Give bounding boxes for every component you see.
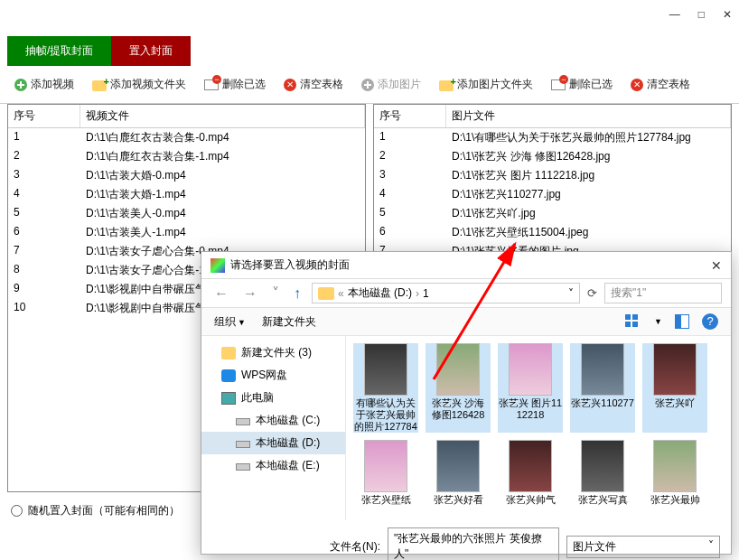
sidebar-item[interactable]: 本地磁盘 (D:): [201, 432, 345, 454]
table-row[interactable]: 2D:\1\张艺兴 沙海 修图126428.jpg: [374, 147, 731, 166]
drive-icon: [236, 463, 250, 471]
dialog-icon: [210, 258, 225, 273]
delete-selected-image-button[interactable]: 删除已选: [544, 73, 620, 96]
sidebar-item[interactable]: WPS网盘: [201, 364, 345, 387]
dialog-toolbar: 组织▼ 新建文件夹 ▼ ?: [201, 308, 731, 336]
drive-icon: [236, 418, 250, 425]
image-header-file: 图片文件: [446, 105, 731, 127]
wps-icon: [221, 369, 236, 382]
file-item[interactable]: 张艺兴 沙海 修图126428: [426, 343, 491, 433]
folder-icon: [92, 80, 107, 91]
dialog-nav: ← → ˅ ↑ « 本地磁盘 (D:) › 1 ˅ ⟳ 搜索"1": [201, 278, 731, 308]
close-button[interactable]: ✕: [723, 8, 732, 21]
image-header-index: 序号: [374, 105, 446, 127]
table-row[interactable]: 3D:\1\张艺兴 图片 1112218.jpg: [374, 166, 731, 185]
file-open-dialog: 请选择要置入视频的封面 ✕ ← → ˅ ↑ « 本地磁盘 (D:) › 1 ˅ …: [201, 251, 732, 555]
table-row[interactable]: 2D:\1\白鹿红衣古装合集-1.mp4: [8, 147, 365, 166]
window-titlebar: — □ ✕: [0, 0, 739, 29]
sidebar-item[interactable]: 本地磁盘 (E:): [201, 454, 345, 477]
file-item[interactable]: 张艺兴吖: [642, 343, 707, 433]
clear-image-table-button[interactable]: ✕清空表格: [623, 73, 697, 96]
nav-forward-button[interactable]: →: [239, 285, 261, 302]
random-cover-label: 随机置入封面（可能有相同的）: [28, 503, 180, 518]
tab-extract-cover[interactable]: 抽帧/提取封面: [7, 36, 111, 66]
preview-pane-button[interactable]: [675, 314, 689, 329]
sidebar-item[interactable]: 本地磁盘 (C:): [201, 409, 345, 432]
add-video-folder-button[interactable]: 添加视频文件夹: [85, 73, 193, 96]
add-image-button: 添加图片: [354, 73, 428, 96]
table-row[interactable]: 1D:\1\有哪些认为关于张艺兴最帅的照片127784.jpg: [374, 128, 731, 147]
file-item[interactable]: 张艺兴 图片1112218: [498, 343, 563, 433]
x-icon: ✕: [631, 79, 643, 91]
video-header-file: 视频文件: [80, 105, 365, 127]
plus-icon: [361, 79, 374, 91]
dialog-footer: 文件名(N): "张艺兴最帅的六张照片 英俊撩人" 图片文件˅: [201, 520, 731, 560]
maximize-button[interactable]: □: [698, 8, 705, 21]
toolbar: 添加视频 添加视频文件夹 删除已选 ✕清空表格 添加图片 添加图片文件夹 删除已…: [0, 66, 739, 104]
refresh-button[interactable]: ⟳: [587, 286, 597, 300]
table-row[interactable]: 6D:\1\张艺兴壁纸115004.jpeg: [374, 223, 731, 242]
file-type-select[interactable]: 图片文件˅: [566, 536, 720, 558]
delete-selected-video-button[interactable]: 删除已选: [197, 73, 273, 96]
file-item[interactable]: 张艺兴最帅: [642, 440, 707, 506]
table-row[interactable]: 5D:\1\古装美人-0.mp4: [8, 204, 365, 223]
main-tabs: 抽帧/提取封面 置入封面: [0, 29, 739, 66]
nav-search-input[interactable]: 搜索"1": [604, 283, 722, 303]
view-grid-button[interactable]: [625, 314, 640, 329]
help-button[interactable]: ?: [702, 313, 718, 330]
table-row[interactable]: 1D:\1\白鹿红衣古装合集-0.mp4: [8, 128, 365, 147]
nav-path[interactable]: « 本地磁盘 (D:) › 1 ˅: [312, 283, 580, 303]
table-row[interactable]: 4D:\1\古装大婚-1.mp4: [8, 185, 365, 204]
table-row[interactable]: 4D:\1\张艺兴110277.jpg: [374, 185, 731, 204]
drive-icon: [236, 441, 250, 448]
file-item[interactable]: 张艺兴110277: [570, 343, 635, 433]
dialog-file-grid: 有哪些认为关于张艺兴最帅的照片127784张艺兴 沙海 修图126428张艺兴 …: [346, 336, 731, 520]
dialog-titlebar: 请选择要置入视频的封面 ✕: [201, 252, 731, 278]
file-item[interactable]: 张艺兴好看: [426, 440, 491, 506]
folder-icon: [439, 80, 454, 91]
file-item[interactable]: 张艺兴写真: [570, 440, 635, 506]
tab-insert-cover[interactable]: 置入封面: [111, 36, 191, 66]
file-item[interactable]: 有哪些认为关于张艺兴最帅的照片127784: [353, 343, 418, 433]
pc-icon: [221, 392, 236, 405]
x-icon: ✕: [284, 79, 296, 91]
dialog-close-button[interactable]: ✕: [711, 258, 722, 273]
folder-icon: [221, 347, 236, 359]
delete-icon: [204, 79, 219, 90]
add-image-folder-button[interactable]: 添加图片文件夹: [432, 73, 540, 96]
plus-icon: [14, 79, 27, 91]
random-cover-radio[interactable]: [11, 505, 23, 517]
folder-icon: [318, 287, 334, 300]
nav-up-button[interactable]: ↑: [290, 285, 304, 302]
table-row[interactable]: 6D:\1\古装美人-1.mp4: [8, 223, 365, 242]
clear-video-table-button[interactable]: ✕清空表格: [276, 73, 351, 96]
table-row[interactable]: 3D:\1\古装大婚-0.mp4: [8, 166, 365, 185]
nav-dropdown-button[interactable]: ˅: [268, 285, 283, 302]
file-item[interactable]: 张艺兴壁纸: [353, 440, 418, 506]
add-video-button[interactable]: 添加视频: [7, 73, 81, 96]
sidebar-item[interactable]: 此电脑: [201, 387, 345, 409]
nav-back-button[interactable]: ←: [210, 285, 232, 302]
view-dropdown[interactable]: ▼: [654, 317, 662, 326]
video-header-index: 序号: [8, 105, 80, 127]
minimize-button[interactable]: —: [669, 8, 680, 21]
new-folder-button[interactable]: 新建文件夹: [262, 314, 316, 330]
dialog-sidebar: 新建文件夹 (3)WPS网盘此电脑本地磁盘 (C:)本地磁盘 (D:)本地磁盘 …: [201, 336, 346, 520]
filename-input[interactable]: "张艺兴最帅的六张照片 英俊撩人": [388, 527, 559, 560]
delete-icon: [551, 79, 566, 90]
dialog-title: 请选择要置入视频的封面: [230, 257, 350, 273]
table-row[interactable]: 5D:\1\张艺兴吖.jpg: [374, 204, 731, 223]
organize-button[interactable]: 组织▼: [214, 314, 246, 330]
filename-label: 文件名(N):: [330, 539, 380, 555]
sidebar-item[interactable]: 新建文件夹 (3): [201, 341, 345, 364]
file-item[interactable]: 张艺兴帅气: [498, 440, 563, 506]
